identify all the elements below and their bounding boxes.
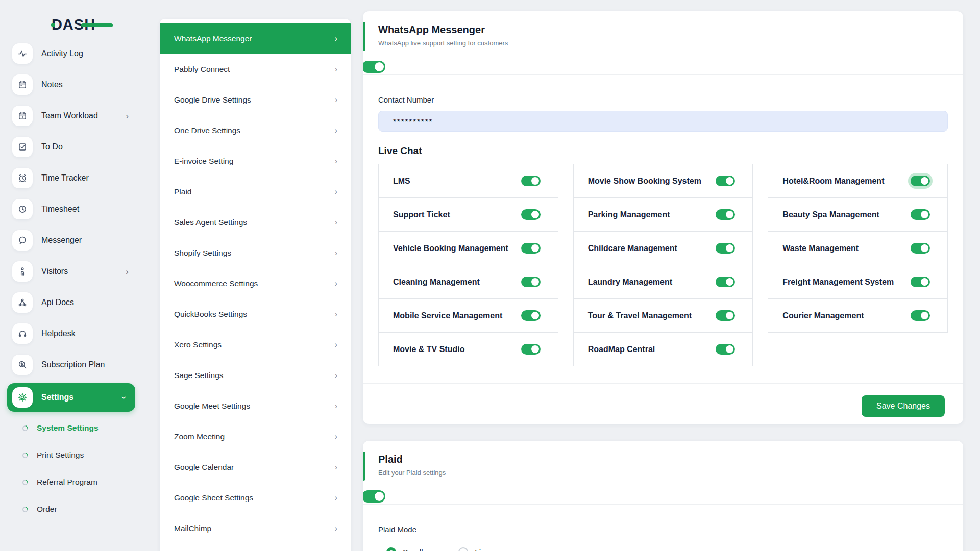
menu-item-pabbly-connect[interactable]: Pabbly Connect › bbox=[160, 54, 351, 85]
card-title: Plaid bbox=[378, 454, 947, 465]
menu-item-shopify-settings[interactable]: Shopify Settings › bbox=[160, 238, 351, 268]
contact-number-input[interactable] bbox=[378, 111, 948, 132]
gear-icon bbox=[12, 387, 33, 408]
green-accent-bar bbox=[363, 452, 365, 481]
menu-item-plaid[interactable]: Plaid › bbox=[160, 177, 351, 207]
chevron-right-icon: › bbox=[335, 463, 337, 472]
app-logo: DASH bbox=[0, 16, 147, 33]
subnav-item-system-settings[interactable]: System Settings bbox=[0, 417, 147, 439]
sidebar-item-to-do[interactable]: To Do bbox=[0, 134, 147, 160]
module-row-hotel-room: Hotel&Room Management bbox=[768, 164, 948, 198]
module-toggle[interactable] bbox=[716, 243, 735, 254]
module-toggle[interactable] bbox=[521, 209, 541, 220]
whatsapp-enable-toggle[interactable] bbox=[363, 61, 385, 73]
live-radio[interactable] bbox=[458, 547, 468, 551]
menu-item-quickbooks-settings[interactable]: QuickBooks Settings › bbox=[160, 299, 351, 330]
chevron-right-icon: › bbox=[335, 218, 337, 227]
module-toggle[interactable] bbox=[716, 277, 735, 287]
module-row-beauty-spa: Beauty Spa Management bbox=[768, 197, 948, 232]
card-title: WhatsApp Messenger bbox=[378, 24, 947, 36]
menu-item-google-drive-settings[interactable]: Google Drive Settings › bbox=[160, 85, 351, 115]
chevron-right-icon: › bbox=[335, 432, 337, 441]
menu-item-woocommerce-settings[interactable]: Woocommerce Settings › bbox=[160, 268, 351, 299]
module-toggle[interactable] bbox=[716, 209, 735, 220]
menu-item-google-calendar[interactable]: Google Calendar › bbox=[160, 452, 351, 483]
sidebar-item-activity-log[interactable]: Activity Log bbox=[0, 41, 147, 66]
module-toggle[interactable] bbox=[716, 310, 735, 321]
live-chat-heading: Live Chat bbox=[378, 145, 948, 157]
plaid-card-header: Plaid Edit your Plaid settings bbox=[363, 441, 963, 505]
sidebar-item-timesheet[interactable]: Timesheet bbox=[0, 196, 147, 222]
green-accent-bar bbox=[363, 22, 365, 51]
alarm-clock-icon bbox=[12, 168, 33, 188]
sidebar-item-notes[interactable]: Notes bbox=[0, 72, 147, 97]
module-toggle[interactable] bbox=[716, 344, 735, 355]
module-toggle[interactable] bbox=[911, 277, 930, 287]
menu-item-xero-settings[interactable]: Xero Settings › bbox=[160, 330, 351, 360]
whatsapp-card-footer: Save Changes bbox=[363, 383, 963, 417]
module-row-waste: Waste Management bbox=[768, 231, 948, 265]
save-changes-button[interactable]: Save Changes bbox=[862, 395, 945, 417]
subnav-item-print-settings[interactable]: Print Settings bbox=[0, 444, 147, 466]
live-chat-column-3: Hotel&Room Management Beauty Spa Managem… bbox=[768, 164, 948, 366]
chevron-right-icon: › bbox=[335, 187, 337, 196]
module-toggle[interactable] bbox=[716, 176, 735, 186]
integrations-menu: WhatsApp Messenger › Pabbly Connect › Go… bbox=[160, 19, 351, 551]
module-toggle-focused[interactable] bbox=[911, 176, 930, 186]
chevron-right-icon: › bbox=[335, 34, 337, 43]
menu-item-whatsapp-messenger[interactable]: WhatsApp Messenger › bbox=[160, 23, 351, 54]
module-toggle[interactable] bbox=[521, 310, 541, 321]
menu-item-google-sheet-settings[interactable]: Google Sheet Settings › bbox=[160, 483, 351, 513]
module-toggle[interactable] bbox=[911, 209, 930, 220]
module-toggle[interactable] bbox=[521, 277, 541, 287]
calendar-day-icon bbox=[12, 106, 33, 126]
card-subtitle: WhatsApp live support setting for custom… bbox=[378, 39, 947, 47]
sidebar-item-helpdesk[interactable]: Helpdesk bbox=[0, 321, 147, 346]
subnav-item-order[interactable]: Order bbox=[0, 498, 147, 520]
menu-item-sage-settings[interactable]: Sage Settings › bbox=[160, 360, 351, 391]
sidebar-item-time-tracker[interactable]: Time Tracker bbox=[0, 165, 147, 191]
logo-green-dot bbox=[51, 23, 55, 27]
module-toggle[interactable] bbox=[911, 310, 930, 321]
sidebar: DASH Activity Log Notes Team Workload › bbox=[0, 0, 147, 551]
menu-item-e-invoice-setting[interactable]: E-invoice Setting › bbox=[160, 146, 351, 177]
plaid-enable-toggle[interactable] bbox=[363, 490, 385, 503]
module-row-mobile-service: Mobile Service Management bbox=[378, 298, 558, 333]
module-row-laundry: Laundry Management bbox=[573, 265, 753, 299]
module-toggle[interactable] bbox=[521, 344, 541, 355]
live-chat-column-1: LMS Support Ticket Vehicle Booking Manag… bbox=[378, 164, 558, 366]
sidebar-item-subscription-plan[interactable]: Subscription Plan bbox=[0, 352, 147, 378]
chevron-right-icon: › bbox=[335, 371, 337, 380]
logo-green-dash bbox=[81, 23, 113, 27]
chevron-right-icon: › bbox=[335, 340, 337, 349]
share-nodes-icon bbox=[12, 292, 33, 313]
sidebar-item-settings[interactable]: Settings › bbox=[7, 383, 135, 412]
menu-item-google-meet-settings[interactable]: Google Meet Settings › bbox=[160, 391, 351, 421]
module-row-freight: Freight Management System bbox=[768, 265, 948, 299]
sidebar-item-api-docs[interactable]: Api Docs bbox=[0, 290, 147, 315]
sidebar-item-visitors[interactable]: Visitors › bbox=[0, 259, 147, 284]
module-row-parking: Parking Management bbox=[573, 197, 753, 232]
chevron-right-icon: › bbox=[335, 157, 337, 166]
sandbox-radio[interactable] bbox=[386, 547, 396, 551]
person-icon bbox=[12, 261, 33, 282]
menu-item-one-drive-settings[interactable]: One Drive Settings › bbox=[160, 115, 351, 146]
chevron-right-icon: › bbox=[335, 65, 337, 74]
chevron-right-icon: › bbox=[335, 524, 337, 533]
module-row-movie-tv-studio: Movie & TV Studio bbox=[378, 332, 558, 366]
logo-text: DASH bbox=[52, 16, 95, 33]
module-toggle[interactable] bbox=[521, 243, 541, 254]
subnav-item-referral-program[interactable]: Referral Program bbox=[0, 471, 147, 493]
circle-bullet-icon bbox=[21, 505, 29, 513]
calendar-icon bbox=[12, 74, 33, 95]
sidebar-item-team-workload[interactable]: Team Workload › bbox=[0, 103, 147, 129]
menu-item-zoom-meeting[interactable]: Zoom Meeting › bbox=[160, 421, 351, 452]
chevron-right-icon: › bbox=[335, 95, 337, 105]
sidebar-item-messenger[interactable]: Messenger bbox=[0, 228, 147, 253]
module-row-lms: LMS bbox=[378, 164, 558, 198]
module-row-childcare: Childcare Management bbox=[573, 231, 753, 265]
menu-item-sales-agent-settings[interactable]: Sales Agent Settings › bbox=[160, 207, 351, 238]
module-toggle[interactable] bbox=[521, 176, 541, 186]
menu-item-mailchimp[interactable]: MailChimp › bbox=[160, 513, 351, 544]
module-toggle[interactable] bbox=[911, 243, 930, 254]
